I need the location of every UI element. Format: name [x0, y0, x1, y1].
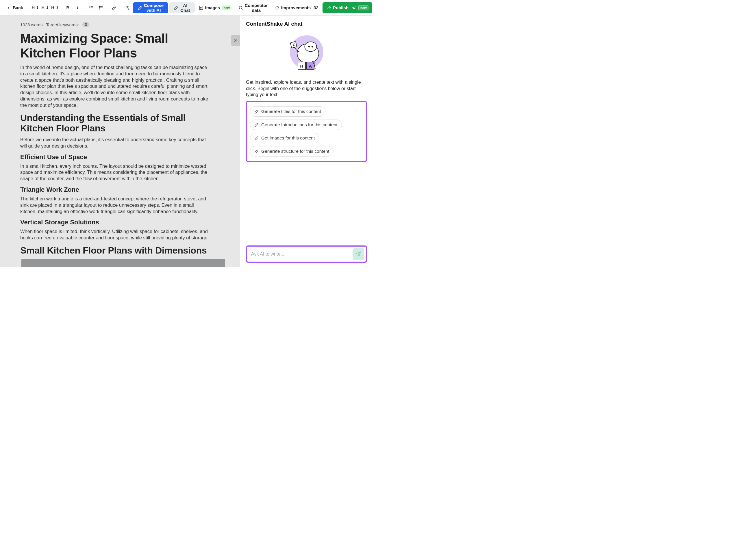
- h2-button[interactable]: H2: [40, 3, 49, 13]
- new-badge: new: [222, 5, 231, 10]
- send-icon: [356, 252, 361, 257]
- section-heading[interactable]: Understanding the Essentials of Small Ki…: [20, 113, 211, 134]
- subsection-heading[interactable]: Triangle Work Zone: [20, 186, 211, 194]
- chat-input-highlight-frame: [246, 246, 367, 263]
- images-button[interactable]: Images new: [196, 3, 234, 13]
- suggestions-highlight-frame: Generate titles for this content Generat…: [246, 101, 367, 162]
- images-label: Images: [205, 5, 220, 10]
- clear-format-button[interactable]: [123, 3, 132, 13]
- suggestion-generate-intros[interactable]: Generate Introductions for this content: [250, 120, 342, 130]
- svg-point-11: [239, 6, 242, 9]
- aichat-label: AI Chat: [180, 3, 190, 13]
- wand-icon: [138, 5, 142, 10]
- editor-content[interactable]: 1023 words Target keywords: 3 Maximizing…: [0, 16, 225, 267]
- image-placeholder[interactable]: [21, 259, 225, 267]
- chat-input[interactable]: [249, 249, 350, 260]
- keyword-count-pill[interactable]: 3: [82, 22, 89, 27]
- competitor-label: Competitor data: [245, 3, 268, 13]
- megaphone-icon: [352, 5, 357, 10]
- clear-format-icon: [125, 5, 130, 10]
- subsection-heading[interactable]: Vertical Storage Solutions: [20, 219, 211, 226]
- wand-icon: [174, 5, 179, 10]
- svg-point-17: [311, 46, 313, 48]
- wand-icon: [254, 123, 259, 127]
- new-badge: new: [358, 5, 368, 10]
- suggestion-get-images[interactable]: Get images for this content: [250, 133, 319, 143]
- svg-point-7: [99, 8, 100, 8]
- toolbar: Back H1 H2 H3 B I Compose with AI AI Cha…: [0, 0, 372, 16]
- svg-text:A: A: [309, 64, 312, 68]
- wand-icon: [254, 149, 259, 154]
- svg-point-10: [200, 7, 201, 8]
- wand-icon: [254, 136, 259, 140]
- improvements-count: 32: [314, 5, 318, 10]
- chat-panel-title: ContentShake AI chat: [246, 21, 367, 27]
- improvements-label: Improvements: [281, 5, 311, 10]
- progress-ring-icon: [275, 5, 279, 10]
- chat-intro-text: Get inspired, explore ideas, and create …: [246, 79, 367, 98]
- paragraph[interactable]: In the world of home design, one of the …: [20, 64, 211, 108]
- ordered-list-button[interactable]: [87, 3, 95, 13]
- publish-label: Publish: [333, 5, 349, 10]
- compose-label: Compose with AI: [144, 3, 164, 13]
- ai-chat-panel: ContentShake AI chat C H A: [240, 16, 372, 267]
- h1-button[interactable]: H1: [31, 3, 39, 13]
- suggestion-generate-titles[interactable]: Generate titles for this content: [250, 106, 325, 117]
- suggestion-generate-structure[interactable]: Generate structure for this content: [250, 146, 333, 157]
- back-button[interactable]: Back: [3, 3, 26, 13]
- svg-text:H: H: [300, 64, 303, 68]
- h3-button[interactable]: H3: [50, 3, 59, 13]
- paragraph[interactable]: Before we dive into the actual plans, it…: [20, 137, 211, 149]
- editor-area: 1023 words Target keywords: 3 Maximizing…: [0, 16, 240, 267]
- compose-ai-button[interactable]: Compose with AI: [133, 2, 168, 13]
- meta-row: 1023 words Target keywords: 3: [20, 22, 211, 27]
- image-icon: [199, 5, 203, 10]
- improvements-button[interactable]: Improvements 32: [272, 3, 321, 13]
- section-heading[interactable]: Small Kitchen Floor Plans with Dimension…: [20, 245, 211, 256]
- svg-point-6: [99, 6, 100, 7]
- robot-icon: C H A: [285, 32, 328, 75]
- paragraph[interactable]: In a small kitchen, every inch counts. T…: [20, 163, 211, 182]
- wand-icon: [254, 109, 259, 114]
- main: 1023 words Target keywords: 3 Maximizing…: [0, 16, 372, 267]
- collapse-panel-button[interactable]: [231, 35, 240, 46]
- chevrons-right-icon: [233, 38, 238, 43]
- ai-chat-button[interactable]: AI Chat: [169, 2, 194, 13]
- word-count: 1023 words: [20, 22, 43, 27]
- competitor-button[interactable]: Competitor data: [236, 3, 271, 13]
- paragraph[interactable]: The kitchen work triangle is a tried-and…: [20, 196, 211, 215]
- bold-button[interactable]: B: [64, 3, 72, 13]
- share-icon: [327, 5, 331, 10]
- robot-illustration: C H A: [246, 32, 367, 75]
- svg-point-16: [308, 46, 310, 48]
- link-button[interactable]: [110, 3, 118, 13]
- send-button[interactable]: [353, 248, 364, 260]
- italic-button[interactable]: I: [73, 3, 82, 13]
- paragraph[interactable]: When floor space is limited, think verti…: [20, 229, 211, 241]
- publish-button[interactable]: Publish new: [323, 2, 372, 13]
- article-title[interactable]: Maximizing Space: Small Kitchen Floor Pl…: [20, 31, 211, 60]
- ordered-list-icon: [89, 5, 93, 10]
- search-icon: [238, 5, 243, 10]
- back-label: Back: [13, 5, 23, 10]
- unordered-list-icon: [99, 5, 103, 10]
- svg-point-8: [99, 9, 100, 9]
- arrow-left-icon: [6, 5, 11, 10]
- target-keywords-label: Target keywords:: [46, 22, 79, 27]
- svg-point-15: [305, 42, 316, 52]
- link-icon: [112, 5, 116, 10]
- subsection-heading[interactable]: Efficient Use of Space: [20, 153, 211, 161]
- unordered-list-button[interactable]: [97, 3, 105, 13]
